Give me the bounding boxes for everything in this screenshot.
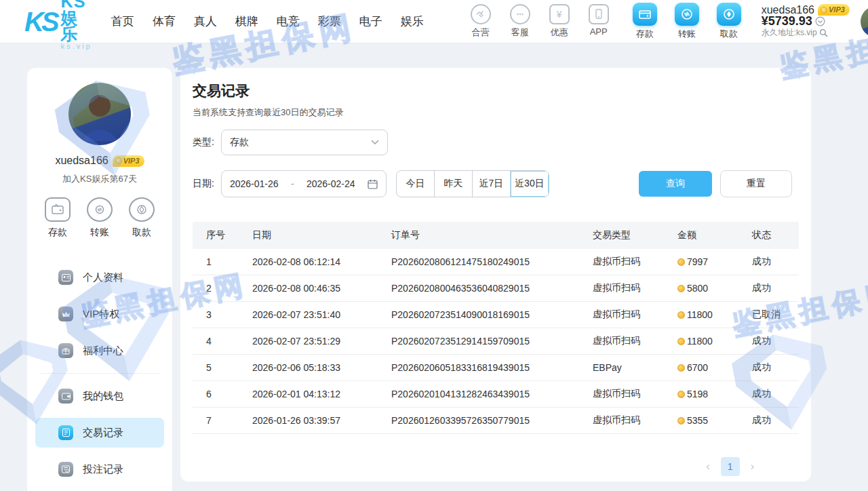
date-filter-row: 日期: 2026-01-26 - 2026-02-24 今日 昨天 近7日 近3… bbox=[193, 170, 799, 197]
sidebar-item-transactions[interactable]: 交易记录 bbox=[35, 418, 164, 448]
promotions-link[interactable]: ¥ 优惠 bbox=[545, 4, 574, 39]
cell-amount: 5800 bbox=[664, 283, 738, 294]
cell-date: 2026-02-08 06:12:14 bbox=[239, 256, 378, 267]
range-today-button[interactable]: 今日 bbox=[397, 171, 435, 197]
cell-date: 2026-02-07 23:51:29 bbox=[239, 336, 378, 347]
vip-level: VIP3 bbox=[829, 4, 845, 16]
main-nav: 首页 体育 真人 棋牌 电竞 彩票 电子 娱乐 bbox=[111, 14, 424, 29]
nav-item-home[interactable]: 首页 bbox=[111, 14, 134, 29]
sidebar-item-profile[interactable]: 个人资料 bbox=[35, 262, 164, 292]
status-text: 成功 bbox=[738, 388, 799, 400]
promo-yen-icon: ¥ bbox=[549, 4, 570, 24]
nav-item-sports[interactable]: 体育 bbox=[153, 14, 176, 29]
transfer-action[interactable]: 转账 bbox=[671, 3, 703, 40]
withdraw-label: 取款 bbox=[720, 28, 738, 40]
col-status: 状态 bbox=[738, 229, 799, 241]
cell-type: 虚拟币扫码 bbox=[579, 414, 664, 427]
header-wallet-actions: 存款 转账 取款 bbox=[629, 3, 745, 40]
coin-icon bbox=[821, 7, 827, 14]
cell-amount: 7997 bbox=[664, 256, 738, 267]
cell-type: 虚拟币扫码 bbox=[579, 282, 664, 294]
sidebar-transfer-action[interactable]: 转账 bbox=[87, 197, 113, 239]
top-navbar: KS KS娱乐 ks.vip 首页 体育 真人 棋牌 电竞 彩票 电子 娱乐 合… bbox=[0, 0, 868, 43]
app-download-link[interactable]: APP bbox=[584, 4, 614, 39]
sidebar-menu: 个人资料 VIP特权 福利中心 我的钱包 交易记录 bbox=[27, 259, 172, 491]
range-30days-button[interactable]: 近30日 bbox=[511, 171, 549, 197]
date-label: 日期: bbox=[193, 178, 214, 190]
gift-icon bbox=[58, 343, 73, 358]
next-page-button[interactable]: › bbox=[751, 460, 754, 473]
header-user-info: xuedsa166 VIP3 ¥5739.93 永久地址:ks.vip bbox=[762, 4, 850, 39]
page-1-button[interactable]: 1 bbox=[721, 457, 740, 476]
cell-type: 虚拟币扫码 bbox=[579, 256, 664, 268]
nav-item-lottery[interactable]: 彩票 bbox=[318, 14, 341, 29]
cell-order: P2026020800463536040829015 bbox=[378, 283, 579, 294]
nav-item-slots[interactable]: 电子 bbox=[359, 14, 382, 29]
join-days-text: 加入KS娱乐第67天 bbox=[62, 173, 137, 185]
sidebar-item-label: 福利中心 bbox=[83, 345, 123, 357]
sidebar-item-wallet[interactable]: 我的钱包 bbox=[35, 381, 164, 411]
cell-amount: 5355 bbox=[664, 415, 738, 426]
cell-amount: 6700 bbox=[664, 362, 738, 373]
deposit-action[interactable]: 存款 bbox=[629, 3, 661, 40]
status-text: 成功 bbox=[738, 361, 799, 374]
withdraw-action[interactable]: 取款 bbox=[713, 3, 745, 40]
col-order: 订单号 bbox=[378, 229, 579, 241]
sidebar-item-vip[interactable]: VIP特权 bbox=[35, 299, 164, 329]
app-label: APP bbox=[590, 26, 608, 37]
deposit-label: 存款 bbox=[636, 28, 654, 40]
handshake-icon bbox=[471, 4, 491, 24]
profile-avatar[interactable] bbox=[68, 83, 131, 145]
cell-order: P2026020806121475180249015 bbox=[378, 256, 579, 267]
customer-service-link[interactable]: 客服 bbox=[505, 4, 535, 39]
partner-link[interactable]: 合营 bbox=[466, 4, 496, 39]
date-from: 2026-01-26 bbox=[230, 178, 279, 189]
prev-page-button[interactable]: ‹ bbox=[706, 460, 709, 473]
magnifier-icon[interactable] bbox=[819, 28, 828, 37]
cell-amount: 11800 bbox=[664, 309, 738, 320]
query-button[interactable]: 查询 bbox=[639, 171, 712, 197]
type-select[interactable]: 存款 bbox=[221, 130, 388, 155]
date-range-picker[interactable]: 2026-01-26 - 2026-02-24 bbox=[221, 170, 387, 197]
sidebar-deposit-action[interactable]: 存款 bbox=[45, 197, 71, 239]
sidebar-item-label: 交易记录 bbox=[83, 427, 123, 439]
coin-icon bbox=[677, 338, 685, 345]
reset-button[interactable]: 重置 bbox=[720, 170, 792, 197]
chat-dots-icon bbox=[510, 4, 530, 24]
col-no: 序号 bbox=[193, 229, 239, 241]
transactions-table: 序号 日期 订单号 交易类型 金额 状态 1 2026-02-08 06:12:… bbox=[193, 222, 799, 434]
page-title: 交易记录 bbox=[193, 81, 799, 100]
cell-amount: 11800 bbox=[664, 336, 738, 347]
col-date: 日期 bbox=[239, 229, 378, 241]
cell-date: 2026-01-26 03:39:57 bbox=[239, 415, 378, 426]
sidebar-withdraw-label: 取款 bbox=[132, 227, 151, 239]
logo-name: KS娱乐 bbox=[61, 0, 92, 42]
nav-item-live[interactable]: 真人 bbox=[194, 14, 217, 29]
sidebar-item-bets[interactable]: 投注记录 bbox=[35, 454, 164, 484]
type-label: 类型: bbox=[193, 136, 214, 149]
cell-no: 7 bbox=[193, 415, 239, 426]
nav-item-chess[interactable]: 棋牌 bbox=[235, 14, 258, 29]
sidebar-quick-actions: 存款 转账 取款 bbox=[45, 197, 155, 239]
sidebar-withdraw-action[interactable]: 取款 bbox=[129, 197, 155, 239]
nav-item-entertainment[interactable]: 娱乐 bbox=[401, 14, 424, 29]
range-7days-button[interactable]: 近7日 bbox=[473, 171, 511, 197]
refresh-balance-icon[interactable] bbox=[815, 16, 825, 26]
coin-icon bbox=[677, 417, 685, 425]
table-row: 6 2026-02-01 04:13:12 P20260201041312824… bbox=[193, 381, 799, 408]
coin-icon bbox=[115, 157, 122, 164]
range-yesterday-button[interactable]: 昨天 bbox=[435, 171, 473, 197]
table-row: 3 2026-02-07 23:51:40 P20260207235140900… bbox=[193, 302, 799, 328]
cell-date: 2026-02-01 04:13:12 bbox=[239, 389, 378, 399]
cell-date: 2026-02-07 23:51:40 bbox=[239, 309, 378, 320]
site-logo[interactable]: KS KS娱乐 ks.vip bbox=[24, 0, 92, 50]
chevron-down-icon bbox=[371, 140, 379, 145]
nav-item-esports[interactable]: 电竞 bbox=[277, 14, 300, 29]
cell-no: 2 bbox=[193, 283, 239, 294]
sidebar-item-welfare[interactable]: 福利中心 bbox=[35, 336, 164, 366]
status-text: 成功 bbox=[738, 256, 799, 268]
avatar[interactable] bbox=[861, 6, 868, 37]
cell-type: 虚拟币扫码 bbox=[579, 335, 664, 347]
header-quick-links: 合营 客服 ¥ 优惠 APP bbox=[466, 4, 614, 39]
table-row: 1 2026-02-08 06:12:14 P20260208061214751… bbox=[193, 249, 799, 275]
